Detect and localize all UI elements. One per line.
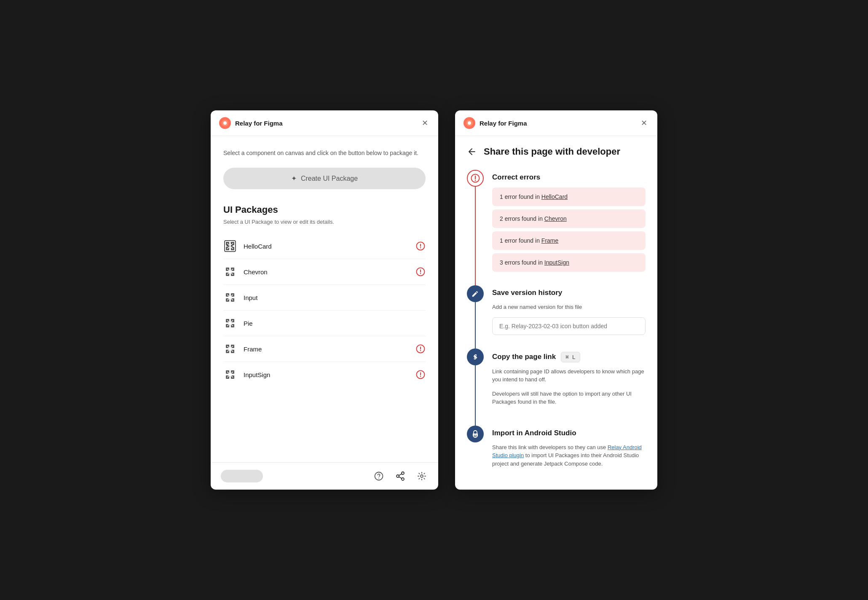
svg-point-43 [476,432,477,433]
right-panel-title-area: Relay for Figma [463,117,527,129]
magic-wand-icon: ✦ [291,174,297,182]
list-item[interactable]: Chevron [223,259,426,285]
package-name: Frame [244,346,415,353]
svg-point-37 [421,475,423,477]
svg-point-42 [474,432,475,433]
pencil-step-circle [467,285,484,302]
ui-packages-subtitle: Select a UI Package to view or edit its … [223,219,426,225]
svg-point-32 [375,472,383,480]
list-item[interactable]: InputSign [223,362,426,387]
error-link[interactable]: InputSign [544,259,569,266]
ui-packages-heading: UI Packages [223,204,426,215]
relay-logo-icon [219,117,231,129]
copy-link-desc2: Developers will still have the option to… [492,390,646,406]
package-icon [223,291,237,304]
error-badge [415,370,426,380]
list-item[interactable]: HelloCard [223,233,426,259]
error-card[interactable]: 1 error found in HelloCard [492,188,646,206]
version-input[interactable] [492,317,646,335]
right-panel-header: Relay for Figma ✕ [455,110,657,136]
step-indicator-col-3 [467,348,484,426]
error-badge [415,344,426,354]
android-step-circle [467,426,484,442]
left-panel-footer [211,462,438,490]
step-save-version: Save version history Add a new named ver… [467,285,646,348]
error-card[interactable]: 2 errors found in Chevron [492,209,646,228]
share-button[interactable] [394,469,407,483]
package-name: InputSign [244,371,415,378]
android-desc-prefix: Share this link with developers so they … [492,444,608,450]
right-panel: Relay for Figma ✕ Share this page with d… [455,110,657,490]
relay-logo-icon-right [463,117,475,129]
description-text: Select a component on canvas and click o… [223,149,426,158]
right-panel-title: Share this page with developer [484,146,620,157]
step-indicator-col-1 [467,170,484,285]
right-panel-body: Share this page with developer Correct e… [455,136,657,490]
android-desc: Share this link with developers so they … [492,443,646,468]
error-link[interactable]: HelloCard [541,193,568,200]
step-indicator-col-4 [467,426,484,474]
error-badge [415,267,426,277]
left-panel-body: Select a component on canvas and click o… [211,136,438,462]
error-link[interactable]: Frame [541,237,558,244]
copy-link-heading: Copy the page link [492,353,556,361]
step-content-3: Copy the page link ⌘ L Link containing p… [492,348,646,426]
copy-link-desc1: Link containing page ID allows developer… [492,367,646,384]
step-content-1: Correct errors 1 error found in HelloCar… [492,170,646,285]
error-text: 1 error found in [500,193,541,200]
step-line-1 [475,187,476,285]
svg-point-36 [402,478,404,480]
error-card[interactable]: 1 error found in Frame [492,231,646,250]
package-icon [223,368,237,381]
step-correct-errors: Correct errors 1 error found in HelloCar… [467,170,646,285]
list-item[interactable]: Pie [223,311,426,336]
package-icon [223,265,237,279]
list-item[interactable]: Input [223,285,426,311]
step-content-2: Save version history Add a new named ver… [492,285,646,348]
save-version-heading: Save version history [492,285,646,297]
svg-point-33 [378,478,379,479]
error-text: 2 errors found in [500,215,544,222]
right-panel-header-title: Relay for Figma [480,120,527,127]
right-panel-close-button[interactable]: ✕ [639,118,649,129]
step-indicator-col-2 [467,285,484,348]
copy-link-row: Copy the page link ⌘ L [492,348,646,362]
left-panel: Relay for Figma ✕ Select a component on … [211,110,438,490]
android-heading: Import in Android Studio [492,426,646,437]
create-btn-label: Create UI Package [301,175,358,182]
error-text: 1 error found in [500,237,541,244]
package-list: HelloCard [223,233,426,387]
error-text: 3 errors found in [500,259,544,266]
left-panel-close-button[interactable]: ✕ [420,118,430,129]
step-android: Import in Android Studio Share this link… [467,426,646,474]
list-item[interactable]: Frame [223,336,426,362]
step-line-3 [475,365,476,426]
step-line-2 [475,302,476,348]
link-step-circle [467,348,484,365]
back-button[interactable] [467,147,477,157]
package-icon [223,342,237,356]
package-name: Chevron [244,268,415,276]
create-ui-package-button[interactable]: ✦ Create UI Package [223,168,426,189]
settings-button[interactable] [415,470,428,482]
correct-errors-heading: Correct errors [492,170,646,182]
save-version-desc: Add a new named version for this file [492,303,646,311]
left-panel-title-area: Relay for Figma [219,117,283,129]
error-step-circle [467,170,484,187]
package-name: Pie [244,320,426,327]
footer-pill [221,470,263,482]
keyboard-shortcut-badge: ⌘ L [561,352,580,362]
back-header: Share this page with developer [467,146,646,157]
error-card[interactable]: 3 errors found in InputSign [492,253,646,272]
step-copy-link: Copy the page link ⌘ L Link containing p… [467,348,646,426]
steps-container: Correct errors 1 error found in HelloCar… [467,170,646,474]
error-link[interactable]: Chevron [544,215,567,222]
svg-point-35 [396,475,399,477]
left-panel-header: Relay for Figma ✕ [211,110,438,136]
svg-point-34 [402,472,404,474]
left-panel-title: Relay for Figma [235,120,283,127]
svg-point-40 [468,121,471,125]
footer-actions [372,469,428,483]
help-button[interactable] [372,470,385,482]
error-badge [415,241,426,251]
